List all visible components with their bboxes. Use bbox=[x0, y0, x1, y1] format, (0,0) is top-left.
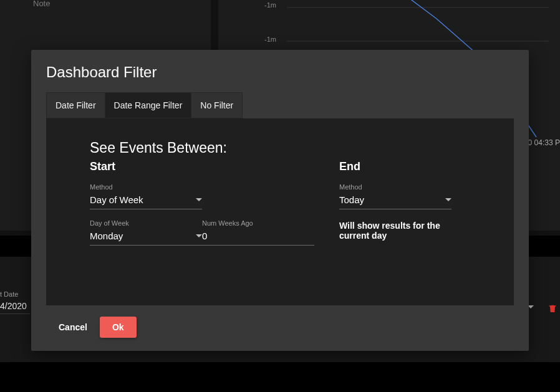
end-method-select[interactable]: Today bbox=[339, 192, 451, 209]
end-method-label: Method bbox=[339, 183, 470, 191]
chevron-down-icon bbox=[196, 234, 202, 237]
end-title: End bbox=[339, 160, 470, 173]
ok-button[interactable]: Ok bbox=[100, 317, 137, 338]
tab-date-filter[interactable]: Date Filter bbox=[47, 93, 105, 118]
bg-timestamp: 20 04:33 P bbox=[524, 138, 560, 147]
chevron-down-icon bbox=[445, 198, 451, 201]
modal-actions: Cancel Ok bbox=[46, 317, 514, 338]
panel-heading: See Events Between: bbox=[90, 140, 470, 156]
start-numweeks-label: Num Weeks Ago bbox=[202, 219, 314, 227]
start-column: Start Method Day of Week Day of Week Mon… bbox=[90, 158, 314, 246]
bg-footer-bar bbox=[0, 362, 560, 392]
end-column: End Method Today Will show results for t… bbox=[339, 158, 470, 246]
start-method-value: Day of Week bbox=[90, 194, 143, 205]
tab-no-filter[interactable]: No Filter bbox=[191, 93, 242, 118]
start-method-select[interactable]: Day of Week bbox=[90, 192, 202, 209]
cancel-button[interactable]: Cancel bbox=[55, 317, 91, 338]
dashboard-filter-modal: Dashboard Filter Date Filter Date Range … bbox=[31, 50, 529, 351]
filter-tabs: Date Filter Date Range Filter No Filter bbox=[46, 92, 243, 118]
bg-note-label: Note bbox=[33, 0, 50, 8]
start-dow-value: Monday bbox=[90, 231, 123, 241]
bg-date-field-label: t Date bbox=[0, 290, 18, 298]
chevron-down-icon bbox=[196, 198, 202, 201]
start-dow-label: Day of Week bbox=[90, 219, 202, 227]
start-title: Start bbox=[90, 160, 314, 173]
modal-title: Dashboard Filter bbox=[46, 64, 514, 81]
end-help-text: Will show results for the current day bbox=[339, 221, 470, 241]
trash-icon[interactable] bbox=[548, 303, 558, 314]
start-numweeks-input[interactable] bbox=[202, 228, 314, 246]
start-dow-select[interactable]: Monday bbox=[90, 228, 202, 246]
tab-date-range-filter[interactable]: Date Range Filter bbox=[105, 93, 192, 118]
start-method-label: Method bbox=[90, 183, 314, 191]
end-method-value: Today bbox=[339, 194, 364, 205]
bg-date-field[interactable]: 4/2020 bbox=[0, 301, 30, 314]
date-range-panel: See Events Between: Start Method Day of … bbox=[46, 118, 514, 305]
